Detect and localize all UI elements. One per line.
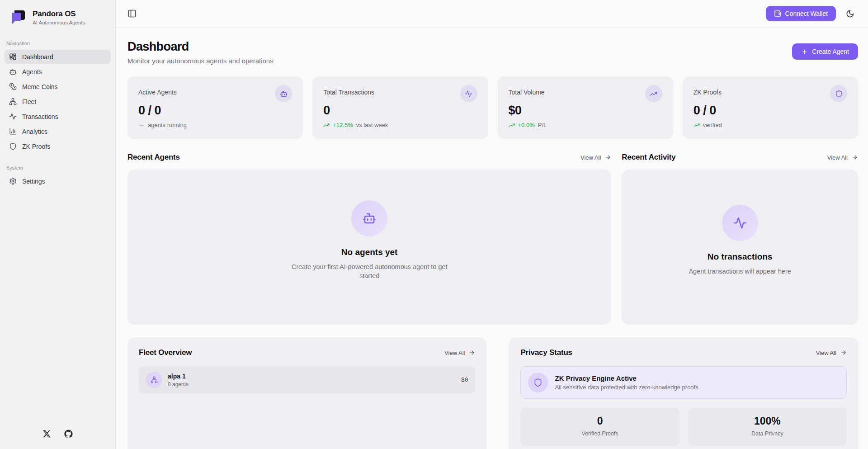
- fleet-list-item[interactable]: alpa 1 0 agents $0: [139, 366, 475, 393]
- plus-icon: [801, 48, 808, 55]
- sidebar-item-label: Analytics: [22, 128, 47, 135]
- sidebar-item-label: Agents: [22, 68, 42, 76]
- activity-icon: [722, 205, 758, 241]
- sidebar-item-label: Fleet: [22, 98, 36, 105]
- gear-icon: [9, 177, 17, 185]
- create-agent-label: Create Agent: [812, 48, 849, 55]
- stat-value: 0: [525, 415, 675, 427]
- sidebar-item-analytics[interactable]: Analytics: [5, 124, 111, 138]
- section-title: Recent Agents: [127, 153, 180, 162]
- trending-up-icon: [645, 85, 662, 102]
- sidebar-item-transactions[interactable]: Transactions: [5, 109, 111, 123]
- empty-state-title: No transactions: [708, 252, 773, 262]
- empty-state-title: No agents yet: [341, 247, 398, 257]
- stat-sub-text: vs last week: [356, 122, 388, 128]
- brand-tagline: AI Autonomous Agents: [33, 20, 85, 25]
- shield-icon: [9, 142, 17, 150]
- data-privacy-stat: 100% Data Privacy: [688, 407, 847, 446]
- stat-label: Data Privacy: [693, 430, 842, 437]
- stat-label: Total Transactions: [323, 85, 374, 96]
- moon-icon: [846, 9, 854, 18]
- fleet-agent-count: 0 agents: [168, 381, 189, 388]
- stat-value: 0: [323, 104, 477, 118]
- arrow-right-icon: [840, 350, 847, 356]
- stat-sub-text: agents running: [148, 122, 187, 128]
- sidebar-item-label: Meme Coins: [22, 83, 58, 90]
- stat-value: $0: [509, 104, 662, 118]
- sidebar-item-meme-coins[interactable]: Meme Coins: [5, 80, 111, 94]
- arrow-right-icon: [852, 154, 858, 161]
- sidebar-item-zk-proofs[interactable]: ZK Proofs: [5, 139, 111, 153]
- network-icon: [146, 372, 162, 388]
- arrow-right-icon: [469, 350, 475, 356]
- nav-section-label: Navigation: [5, 37, 111, 50]
- connect-wallet-button[interactable]: Connect Wallet: [766, 6, 836, 21]
- view-all-label: View All: [444, 350, 465, 356]
- section-title: Privacy Status: [520, 348, 572, 357]
- stat-card-zk-proofs: ZK Proofs 0 / 0 verified: [683, 76, 858, 139]
- sidebar-nav: Navigation Dashboard Agents Meme Coins F…: [0, 35, 115, 189]
- create-agent-button[interactable]: Create Agent: [792, 43, 858, 60]
- topbar: Connect Wallet: [116, 0, 868, 28]
- layout-dashboard-icon: [9, 53, 17, 61]
- fleet-overview-panel: Fleet Overview View All alpa 1 0 agents …: [127, 337, 486, 449]
- sidebar-item-fleet[interactable]: Fleet: [5, 95, 111, 109]
- privacy-banner-title: ZK Privacy Engine Active: [555, 374, 698, 382]
- dark-mode-toggle[interactable]: [844, 8, 856, 20]
- view-all-label: View All: [580, 154, 601, 161]
- coins-icon: [9, 83, 17, 90]
- brand: Pandora OS AI Autonomous Agents: [0, 0, 115, 35]
- brand-name: Pandora OS: [33, 9, 85, 19]
- github-icon[interactable]: [64, 430, 73, 438]
- stat-value: 100%: [693, 415, 842, 427]
- activity-icon: [460, 85, 477, 102]
- shield-icon: [830, 85, 847, 102]
- connect-wallet-label: Connect Wallet: [785, 10, 828, 17]
- trending-up-icon: [509, 122, 515, 128]
- section-title: Fleet Overview: [139, 348, 192, 357]
- verified-proofs-stat: 0 Verified Proofs: [520, 407, 679, 446]
- sidebar-item-dashboard[interactable]: Dashboard: [5, 50, 111, 64]
- privacy-banner-description: All sensitive data protected with zero-k…: [555, 384, 698, 391]
- stats-grid: Active Agents 0 / 0 agents running Total…: [127, 76, 858, 139]
- stat-card-active-agents: Active Agents 0 / 0 agents running: [127, 76, 303, 139]
- content: Dashboard Monitor your autonomous agents…: [116, 28, 868, 449]
- stat-card-total-volume: Total Volume $0 +0.0% P/L: [498, 76, 673, 139]
- fleet-value: $0: [461, 377, 468, 383]
- sidebar-item-label: Dashboard: [22, 53, 53, 61]
- shield-icon: [528, 373, 548, 392]
- sidebar-item-label: Settings: [22, 178, 45, 185]
- fleet-view-all-link[interactable]: View All: [444, 350, 475, 356]
- activity-icon: [9, 113, 17, 120]
- sidebar-item-label: ZK Proofs: [22, 143, 50, 150]
- sidebar-footer: [0, 418, 115, 449]
- page-subtitle: Monitor your autonomous agents and opera…: [127, 57, 274, 65]
- sidebar-item-settings[interactable]: Settings: [5, 174, 111, 188]
- stat-label: Total Volume: [509, 85, 545, 96]
- fleet-name: alpa 1: [168, 373, 189, 380]
- section-title: Recent Activity: [622, 153, 675, 162]
- recent-agents-view-all-link[interactable]: View All: [580, 154, 611, 161]
- recent-activity-empty-state: No transactions Agent transactions will …: [622, 170, 858, 325]
- recent-activity-view-all-link[interactable]: View All: [827, 154, 858, 161]
- privacy-status-panel: Privacy Status View All ZK Privacy Engin…: [509, 337, 858, 449]
- bar-chart-icon: [9, 128, 17, 135]
- wallet-icon: [774, 10, 781, 17]
- sidebar-toggle-button[interactable]: [127, 9, 137, 18]
- view-all-label: View All: [816, 350, 836, 356]
- sidebar-item-agents[interactable]: Agents: [5, 65, 111, 79]
- bot-icon: [275, 85, 292, 102]
- system-section-label: System: [5, 161, 111, 174]
- stat-label: Active Agents: [138, 85, 177, 96]
- trending-up-icon: [323, 122, 330, 128]
- network-icon: [9, 98, 17, 105]
- view-all-label: View All: [827, 154, 848, 161]
- stat-delta: +0.0%: [518, 122, 535, 128]
- stat-card-total-transactions: Total Transactions 0 +12.5% vs last week: [312, 76, 488, 139]
- minus-icon: [138, 122, 145, 128]
- stat-delta: +12.5%: [333, 122, 353, 128]
- recent-agents-section: Recent Agents View All No agents yet Cre…: [127, 153, 611, 325]
- x-twitter-icon[interactable]: [43, 430, 51, 438]
- privacy-view-all-link[interactable]: View All: [816, 350, 847, 356]
- recent-agents-empty-state: No agents yet Create your first AI-power…: [127, 170, 611, 325]
